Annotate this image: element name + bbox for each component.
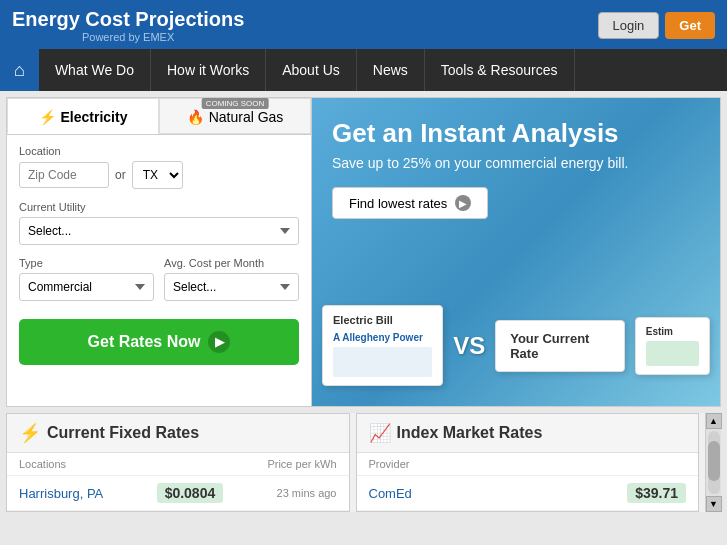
hero-title: Get an Instant Analysis: [332, 118, 700, 149]
find-rates-label: Find lowest rates: [349, 196, 447, 211]
bill-comparison: Electric Bill A Allegheny Power VS Your …: [322, 305, 710, 386]
type-cost-row: Type Commercial Residential Industrial A…: [19, 257, 299, 313]
index-rates-table-header: Provider: [357, 453, 699, 476]
login-button[interactable]: Login: [598, 12, 660, 39]
header-buttons: Login Get: [598, 12, 715, 39]
your-current-rate-label: Your Current Rate: [495, 320, 625, 372]
home-icon: ⌂: [14, 60, 25, 81]
bill-card-title: Electric Bill: [333, 314, 432, 326]
avg-cost-label: Avg. Cost per Month: [164, 257, 299, 269]
scroll-up-button[interactable]: ▲: [706, 413, 722, 429]
site-title: Energy Cost Projections: [12, 8, 244, 31]
header-branding: Energy Cost Projections Powered by EMEX: [12, 8, 244, 43]
find-rates-arrow-icon: ▶: [455, 195, 471, 211]
fixed-rates-col-price: Price per kWh: [267, 458, 336, 470]
utility-group: Current Utility Select...: [19, 201, 299, 245]
scroll-down-button[interactable]: ▼: [706, 496, 722, 512]
get-rates-button[interactable]: Get Rates Now ▶: [19, 319, 299, 365]
get-rates-arrow-icon: ▶: [208, 331, 230, 353]
site-subtitle: Powered by EMEX: [12, 31, 244, 43]
fixed-rates-title: Current Fixed Rates: [47, 424, 199, 442]
nav-item-how-it-works[interactable]: How it Works: [151, 49, 266, 91]
hero-subtitle: Save up to 25% on your commercial energy…: [332, 155, 700, 171]
coming-soon-badge: COMING SOON: [202, 98, 269, 109]
header: Energy Cost Projections Powered by EMEX …: [0, 0, 727, 49]
allegheny-logo: A Allegheny Power: [333, 332, 432, 343]
fixed-rates-icon: ⚡: [19, 422, 41, 444]
scrollbar-thumb[interactable]: [708, 441, 720, 481]
type-select[interactable]: Commercial Residential Industrial: [19, 273, 154, 301]
get-button[interactable]: Get: [665, 12, 715, 39]
fixed-rates-panel: ⚡ Current Fixed Rates Locations Price pe…: [6, 413, 350, 512]
location-group: Location or TX PA NY CA: [19, 145, 299, 189]
your-rate-card: Your Current Rate: [495, 320, 625, 372]
nav-item-tools-resources[interactable]: Tools & Resources: [425, 49, 575, 91]
navigation: ⌂ What We Do How it Works About Us News …: [0, 49, 727, 91]
hero-panel: Get an Instant Analysis Save up to 25% o…: [312, 98, 720, 406]
type-group: Type Commercial Residential Industrial: [19, 257, 154, 301]
fixed-rates-row: Harrisburg, PA $0.0804 23 mins ago: [7, 476, 349, 511]
utility-label: Current Utility: [19, 201, 299, 213]
scrollbar[interactable]: ▲ ▼: [705, 413, 721, 512]
main-content: ⚡ Electricity COMING SOON 🔥 Natural Gas …: [6, 97, 721, 407]
index-rates-header: 📈 Index Market Rates: [357, 414, 699, 453]
location-row: or TX PA NY CA: [19, 161, 299, 189]
index-rates-panel: 📈 Index Market Rates Provider ComEd $39.…: [356, 413, 700, 512]
fixed-rates-header: ⚡ Current Fixed Rates: [7, 414, 349, 453]
current-bill-card: Electric Bill A Allegheny Power: [322, 305, 443, 386]
estim-label: Estim: [646, 326, 699, 337]
natural-gas-icon: 🔥: [187, 109, 204, 125]
nav-item-what-we-do[interactable]: What We Do: [39, 49, 151, 91]
get-rates-label: Get Rates Now: [88, 333, 201, 351]
search-form: Location or TX PA NY CA Current Utility …: [7, 135, 311, 375]
fixed-rates-time: 23 mins ago: [277, 487, 337, 499]
utility-select[interactable]: Select...: [19, 217, 299, 245]
fixed-rates-col-location: Locations: [19, 458, 66, 470]
tab-natural-gas[interactable]: COMING SOON 🔥 Natural Gas: [159, 98, 311, 134]
index-rates-provider: ComEd: [369, 486, 412, 501]
nav-item-news[interactable]: News: [357, 49, 425, 91]
type-label: Type: [19, 257, 154, 269]
vs-text: VS: [453, 332, 485, 360]
fixed-rates-table-header: Locations Price per kWh: [7, 453, 349, 476]
location-label: Location: [19, 145, 299, 157]
index-rates-col-provider: Provider: [369, 458, 410, 470]
fixed-rates-price: $0.0804: [157, 483, 224, 503]
estimate-card: Estim: [635, 317, 710, 375]
electricity-icon: ⚡: [39, 109, 56, 125]
avg-cost-select[interactable]: Select...: [164, 273, 299, 301]
zip-input[interactable]: [19, 162, 109, 188]
avg-cost-group: Avg. Cost per Month Select...: [164, 257, 299, 301]
or-text: or: [115, 168, 126, 182]
state-select[interactable]: TX PA NY CA: [132, 161, 183, 189]
index-rates-icon: 📈: [369, 422, 391, 444]
fixed-rates-location[interactable]: Harrisburg, PA: [19, 486, 103, 501]
index-rates-price: $39.71: [627, 483, 686, 503]
scrollbar-track[interactable]: [708, 431, 720, 494]
left-panel: ⚡ Electricity COMING SOON 🔥 Natural Gas …: [7, 98, 312, 406]
energy-tabs: ⚡ Electricity COMING SOON 🔥 Natural Gas: [7, 98, 311, 135]
index-rates-row: ComEd $39.71: [357, 476, 699, 511]
nav-item-about-us[interactable]: About Us: [266, 49, 357, 91]
tab-electricity[interactable]: ⚡ Electricity: [7, 98, 159, 134]
nav-home-button[interactable]: ⌂: [0, 49, 39, 91]
find-rates-button[interactable]: Find lowest rates ▶: [332, 187, 488, 219]
bottom-section: ⚡ Current Fixed Rates Locations Price pe…: [6, 413, 721, 512]
index-rates-title: Index Market Rates: [397, 424, 543, 442]
